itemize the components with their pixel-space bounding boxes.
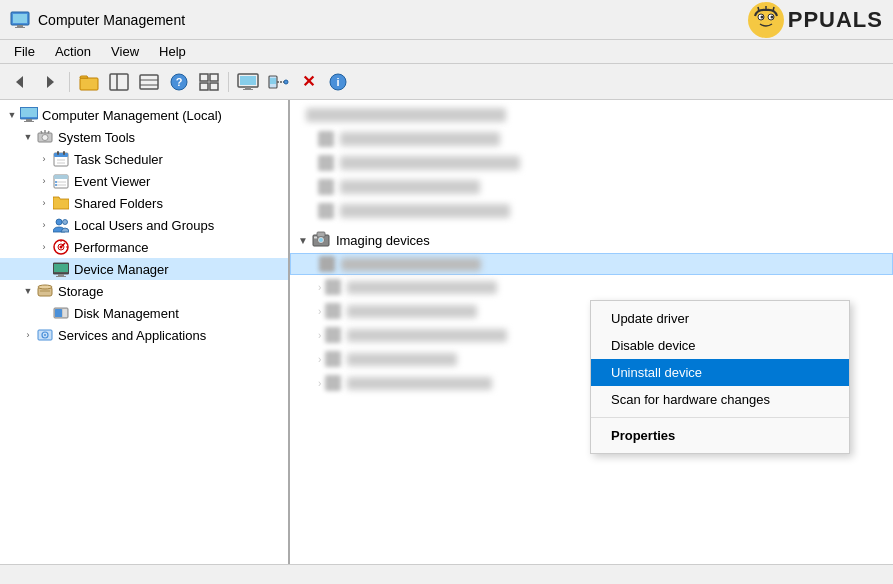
svg-rect-35 [24, 121, 34, 122]
context-update-driver[interactable]: Update driver [591, 305, 849, 332]
svg-rect-14 [140, 75, 158, 89]
svg-rect-78 [314, 237, 317, 239]
svg-rect-1 [13, 14, 27, 23]
svg-point-8 [770, 15, 773, 18]
tree-disk-management[interactable]: › Disk Management [0, 302, 288, 324]
tree-root[interactable]: ▼ Computer Management (Local) [0, 104, 288, 126]
back-button[interactable] [6, 69, 34, 95]
svg-line-39 [48, 131, 49, 134]
tree-services[interactable]: › Services and Applications [0, 324, 288, 346]
connect-button[interactable] [264, 69, 292, 95]
svg-rect-20 [210, 74, 218, 81]
list-button[interactable] [135, 69, 163, 95]
toolbar: ? ✕ i [0, 64, 893, 100]
computer-button[interactable] [234, 69, 262, 95]
services-expand[interactable]: › [20, 327, 36, 343]
root-label: Computer Management (Local) [42, 108, 222, 123]
context-scan-hardware[interactable]: Scan for hardware changes [591, 386, 849, 413]
performance-label: Performance [74, 240, 148, 255]
svg-rect-2 [17, 25, 23, 27]
task-scheduler-label: Task Scheduler [74, 152, 163, 167]
shared-folders-label: Shared Folders [74, 196, 163, 211]
context-properties[interactable]: Properties [591, 422, 849, 449]
system-tools-expand[interactable]: ▼ [20, 129, 36, 145]
svg-rect-69 [55, 309, 62, 317]
right-panel: ▼ Imaging devices › [290, 100, 893, 564]
device-manager-icon [52, 260, 70, 278]
tree-local-users[interactable]: › Local Users and Groups [0, 214, 288, 236]
svg-point-58 [60, 246, 63, 249]
system-tools-icon [36, 128, 54, 146]
context-uninstall-device[interactable]: Uninstall device [591, 359, 849, 386]
menu-file[interactable]: File [4, 42, 45, 61]
svg-text:i: i [336, 76, 339, 88]
svg-rect-64 [56, 276, 66, 277]
svg-point-52 [55, 184, 57, 186]
tree-shared-folders[interactable]: › Shared Folders [0, 192, 288, 214]
event-viewer-label: Event Viewer [74, 174, 150, 189]
delete-button[interactable]: ✕ [294, 69, 322, 95]
storage-expand[interactable]: ▼ [20, 283, 36, 299]
toolbar-separator-1 [69, 72, 70, 92]
menu-help[interactable]: Help [149, 42, 196, 61]
panel-button[interactable] [105, 69, 133, 95]
svg-rect-11 [80, 78, 98, 90]
imaging-devices-icon [312, 231, 330, 249]
help-button[interactable]: ? [165, 69, 193, 95]
performance-expand[interactable]: › [36, 239, 52, 255]
svg-rect-22 [210, 83, 218, 90]
folder-button[interactable] [75, 69, 103, 95]
svg-marker-10 [47, 76, 54, 88]
svg-rect-46 [63, 151, 65, 155]
svg-rect-34 [26, 119, 32, 121]
appuals-text: PPUALS [788, 7, 883, 33]
local-users-expand[interactable]: › [36, 217, 52, 233]
context-disable-device[interactable]: Disable device [591, 332, 849, 359]
system-tools-label: System Tools [58, 130, 135, 145]
imaging-devices-row[interactable]: ▼ Imaging devices [290, 228, 893, 252]
tree-system-tools[interactable]: ▼ System Tools [0, 126, 288, 148]
svg-point-77 [319, 238, 323, 242]
task-scheduler-expand[interactable]: › [36, 151, 52, 167]
disk-management-label: Disk Management [74, 306, 179, 321]
services-label: Services and Applications [58, 328, 206, 343]
svg-point-73 [44, 334, 46, 336]
event-viewer-expand[interactable]: › [36, 173, 52, 189]
svg-rect-63 [58, 274, 64, 276]
svg-rect-24 [240, 76, 256, 85]
tree-event-viewer[interactable]: › Event Viewer [0, 170, 288, 192]
shared-folders-expand[interactable]: › [36, 195, 52, 211]
tree-performance[interactable]: › Performance [0, 236, 288, 258]
svg-text:?: ? [176, 76, 183, 88]
svg-rect-45 [57, 151, 59, 155]
tree-storage[interactable]: ▼ Storage [0, 280, 288, 302]
svg-rect-48 [54, 175, 68, 179]
svg-point-7 [760, 15, 763, 18]
local-users-label: Local Users and Groups [74, 218, 214, 233]
tree-task-scheduler[interactable]: › Task Scheduler [0, 148, 288, 170]
menu-view[interactable]: View [101, 42, 149, 61]
view-button[interactable] [195, 69, 223, 95]
menu-action[interactable]: Action [45, 42, 101, 61]
storage-icon [36, 282, 54, 300]
svg-rect-28 [270, 78, 276, 84]
svg-rect-3 [15, 27, 25, 28]
performance-icon [52, 238, 70, 256]
svg-rect-33 [21, 108, 37, 117]
svg-rect-12 [110, 74, 128, 90]
context-menu: Update driver Disable device Uninstall d… [590, 300, 850, 454]
blurred-device-row[interactable] [290, 253, 893, 275]
tree-device-manager[interactable]: › Device Manager [0, 258, 288, 280]
root-expand-icon[interactable]: ▼ [4, 107, 20, 123]
forward-button[interactable] [36, 69, 64, 95]
root-icon [20, 106, 38, 124]
local-users-icon [52, 216, 70, 234]
svg-rect-25 [245, 87, 251, 89]
services-icon [36, 326, 54, 344]
svg-point-29 [284, 80, 288, 84]
title-text: Computer Management [38, 12, 185, 28]
shared-folders-icon [52, 194, 70, 212]
properties-button[interactable]: i [324, 69, 352, 95]
storage-label: Storage [58, 284, 104, 299]
svg-point-53 [56, 219, 62, 225]
